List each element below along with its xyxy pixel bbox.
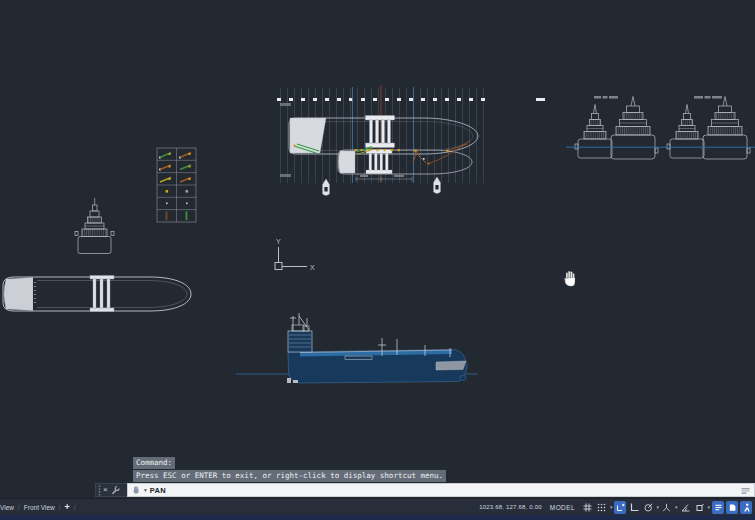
side-profile-ship[interactable] xyxy=(236,313,478,383)
snap-mode-icon[interactable] xyxy=(596,501,608,514)
plan-view-left[interactable] xyxy=(3,276,191,312)
ucs-x-label: X xyxy=(310,264,315,271)
layout-tab[interactable]: View xyxy=(0,504,14,511)
recent-commands-icon[interactable] xyxy=(741,487,750,494)
cargo-columns xyxy=(90,276,114,312)
drawing-canvas[interactable]: Y X xyxy=(0,0,755,498)
tab-separator: / xyxy=(18,504,20,511)
object-snap-tracking-icon[interactable] xyxy=(679,501,691,514)
command-input[interactable]: ▾ PAN xyxy=(127,483,755,497)
ortho-mode-icon[interactable] xyxy=(628,501,640,514)
command-history: Command: Press ESC or ENTER to exit, or … xyxy=(133,457,446,483)
grid-display-icon[interactable] xyxy=(582,501,594,514)
tab-separator: / xyxy=(59,504,61,511)
autocad-model-space-window: Y X Command: Press ESC or ENTER to exit,… xyxy=(0,0,755,520)
model-space-button[interactable]: MODEL xyxy=(550,504,575,511)
pan-hand-cursor xyxy=(562,269,580,289)
chevron-down-icon[interactable]: ▾ xyxy=(675,504,678,510)
ucs-icon[interactable]: Y X xyxy=(275,238,315,271)
command-bar[interactable]: × ▾ PAN xyxy=(95,483,755,497)
customize-wrench-icon[interactable] xyxy=(110,485,120,495)
ship-elevation-pair[interactable] xyxy=(575,97,658,160)
command-history-line: Press ESC or ENTER to exit, or right-cli… xyxy=(133,470,446,482)
annotation-scale-icon[interactable] xyxy=(712,501,724,514)
tiny-label-smudge xyxy=(280,174,291,177)
front-elevation-left[interactable] xyxy=(75,198,114,254)
command-history-line: Command: xyxy=(133,457,175,469)
drag-grip-icon[interactable] xyxy=(98,485,101,496)
dynamic-input-icon[interactable] xyxy=(614,501,626,514)
mooring-plan-view[interactable] xyxy=(276,85,545,195)
object-snap-icon[interactable] xyxy=(693,501,705,514)
forecastle-deck xyxy=(436,361,466,370)
close-icon[interactable]: × xyxy=(103,486,108,494)
caption-smudge xyxy=(594,96,722,99)
elevation-views-right[interactable] xyxy=(566,96,755,159)
chevron-down-icon[interactable]: ▾ xyxy=(707,504,710,510)
ship-elevation-pair[interactable] xyxy=(667,97,750,160)
chevron-down-icon[interactable]: ▾ xyxy=(144,487,147,493)
isometric-drafting-icon[interactable] xyxy=(661,501,673,514)
chevron-down-icon[interactable]: ▾ xyxy=(656,504,659,510)
polar-tracking-icon[interactable] xyxy=(642,501,654,514)
tab-separator: / xyxy=(74,504,76,511)
pan-command-icon xyxy=(132,485,141,495)
new-layout-button[interactable]: + xyxy=(65,503,70,512)
ucs-y-label: Y xyxy=(276,238,281,245)
annotation-monitor-icon[interactable] xyxy=(740,501,752,514)
layout-tab-front-view[interactable]: Front View xyxy=(24,504,55,511)
status-bar: View / Front View / + / 1023.68, 127.68,… xyxy=(0,498,755,515)
bow-fill xyxy=(4,278,33,311)
legend-table[interactable] xyxy=(157,148,196,222)
workspace-icon[interactable] xyxy=(726,501,738,514)
chevron-down-icon[interactable]: ▾ xyxy=(610,504,613,510)
command-bar-controls: × xyxy=(95,483,127,497)
window-bottom-edge xyxy=(0,515,755,520)
coordinates-readout: 1023.68, 127.68, 0.00 xyxy=(479,504,542,510)
legend-symbols xyxy=(159,153,191,221)
active-command-label: PAN xyxy=(150,486,166,495)
tiny-label-smudge xyxy=(280,103,291,106)
